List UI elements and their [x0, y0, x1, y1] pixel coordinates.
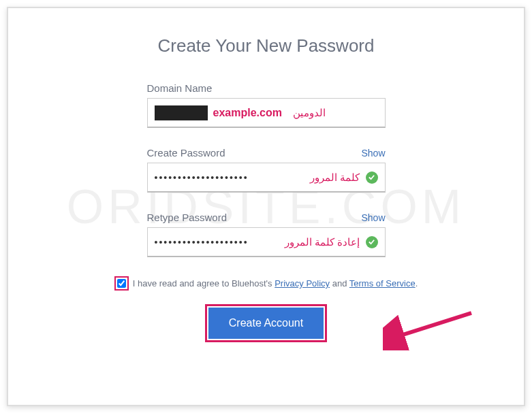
- password-label: Create Password: [147, 147, 225, 159]
- agree-text: I have read and agree to Bluehost's Priv…: [133, 278, 418, 288]
- check-icon: [366, 236, 378, 248]
- domain-label: Domain Name: [147, 82, 213, 94]
- privacy-policy-link[interactable]: Privacy Policy: [275, 278, 330, 288]
- agree-checkbox-highlight: [114, 276, 129, 291]
- password-masked: ••••••••••••••••••••: [155, 172, 305, 183]
- retype-show-toggle[interactable]: Show: [361, 212, 385, 223]
- redacted-block: [155, 105, 208, 120]
- retype-masked: ••••••••••••••••••••: [155, 237, 280, 248]
- page-title: Create Your New Password: [147, 35, 386, 56]
- password-show-toggle[interactable]: Show: [361, 148, 385, 159]
- agree-row: I have read and agree to Bluehost's Priv…: [96, 276, 437, 291]
- password-field: Create Password Show •••••••••••••••••••…: [147, 147, 386, 193]
- svg-line-0: [396, 313, 471, 337]
- password-annotation-ar: كلمة المرور: [310, 171, 360, 184]
- domain-value: example.com: [213, 107, 282, 119]
- retype-input[interactable]: •••••••••••••••••••• إعادة كلمة المرور: [147, 227, 386, 257]
- domain-input[interactable]: example.com الدومين: [147, 98, 386, 128]
- retype-label: Retype Password: [147, 212, 228, 223]
- check-icon: [366, 171, 378, 184]
- agree-checkbox[interactable]: [117, 279, 126, 288]
- terms-link[interactable]: Terms of Service: [349, 278, 416, 288]
- arrow-annotation-icon: [383, 310, 478, 350]
- password-input[interactable]: •••••••••••••••••••• كلمة المرور: [147, 163, 386, 193]
- retype-field: Retype Password Show •••••••••••••••••••…: [147, 212, 386, 257]
- retype-annotation-ar: إعادة كلمة المرور: [285, 236, 360, 248]
- domain-field: Domain Name example.com الدومين: [147, 82, 386, 128]
- create-account-button[interactable]: Create Account: [208, 308, 324, 339]
- create-button-highlight: Create Account: [205, 304, 327, 342]
- domain-annotation-ar: الدومين: [293, 107, 326, 119]
